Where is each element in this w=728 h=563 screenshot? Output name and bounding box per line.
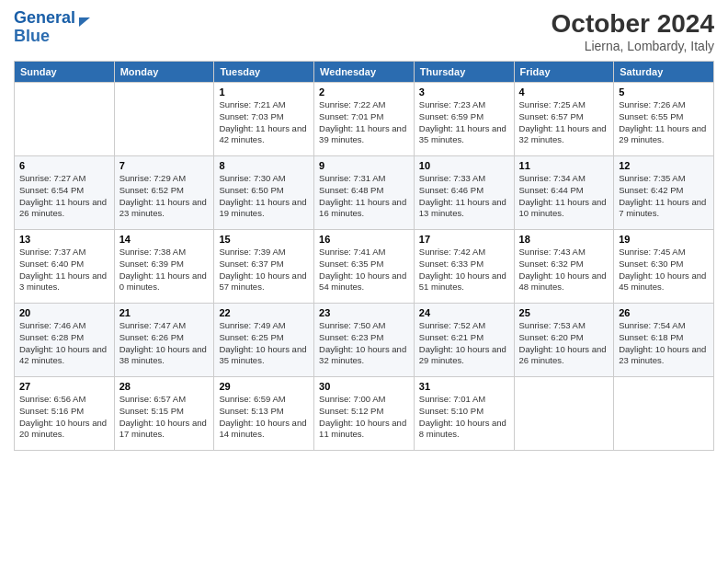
day-num-3-2: 22: [219, 307, 309, 318]
cell-1-6: 12Sunrise: 7:35 AM Sunset: 6:42 PM Dayli…: [614, 156, 714, 230]
week-row-3: 20Sunrise: 7:46 AM Sunset: 6:28 PM Dayli…: [15, 304, 714, 377]
cell-1-3: 9Sunrise: 7:31 AM Sunset: 6:48 PM Daylig…: [314, 156, 415, 230]
day-info-3-3: Sunrise: 7:50 AM Sunset: 6:23 PM Dayligh…: [319, 320, 409, 367]
day-num-0-6: 5: [619, 86, 709, 98]
day-num-3-4: 24: [419, 307, 509, 318]
calendar-subtitle: Lierna, Lombardy, Italy: [552, 39, 714, 53]
logo-blue: Blue: [14, 28, 50, 46]
day-num-0-4: 3: [419, 86, 509, 98]
cell-3-4: 24Sunrise: 7:52 AM Sunset: 6:21 PM Dayli…: [414, 304, 514, 377]
col-friday: Friday: [514, 62, 614, 83]
day-info-3-2: Sunrise: 7:49 AM Sunset: 6:25 PM Dayligh…: [219, 320, 309, 367]
cell-4-1: 28Sunrise: 6:57 AM Sunset: 5:15 PM Dayli…: [114, 377, 214, 451]
day-num-4-2: 29: [219, 381, 309, 392]
header: General Blue October 2024 Lierna, Lombar…: [14, 9, 714, 53]
day-info-1-0: Sunrise: 7:27 AM Sunset: 6:54 PM Dayligh…: [19, 173, 109, 220]
day-num-2-4: 17: [419, 234, 509, 245]
day-info-1-6: Sunrise: 7:35 AM Sunset: 6:42 PM Dayligh…: [619, 173, 709, 220]
cell-2-4: 17Sunrise: 7:42 AM Sunset: 6:33 PM Dayli…: [414, 230, 514, 304]
day-info-1-3: Sunrise: 7:31 AM Sunset: 6:48 PM Dayligh…: [319, 173, 409, 220]
day-info-0-6: Sunrise: 7:26 AM Sunset: 6:55 PM Dayligh…: [619, 99, 709, 146]
col-monday: Monday: [114, 62, 214, 83]
day-info-1-5: Sunrise: 7:34 AM Sunset: 6:44 PM Dayligh…: [519, 173, 609, 220]
cell-0-5: 4Sunrise: 7:25 AM Sunset: 6:57 PM Daylig…: [514, 83, 614, 156]
day-num-1-4: 10: [419, 160, 509, 171]
day-info-0-3: Sunrise: 7:22 AM Sunset: 7:01 PM Dayligh…: [319, 99, 409, 146]
svg-marker-0: [79, 17, 90, 27]
logo-general: General: [14, 8, 75, 27]
day-info-2-1: Sunrise: 7:38 AM Sunset: 6:39 PM Dayligh…: [119, 247, 210, 293]
cell-0-6: 5Sunrise: 7:26 AM Sunset: 6:55 PM Daylig…: [614, 83, 714, 156]
calendar-header-row: Sunday Monday Tuesday Wednesday Thursday…: [15, 62, 714, 83]
cell-1-0: 6Sunrise: 7:27 AM Sunset: 6:54 PM Daylig…: [15, 156, 115, 230]
day-info-4-2: Sunrise: 6:59 AM Sunset: 5:13 PM Dayligh…: [219, 394, 309, 441]
day-num-2-0: 13: [19, 234, 109, 245]
cell-1-5: 11Sunrise: 7:34 AM Sunset: 6:44 PM Dayli…: [514, 156, 614, 230]
cell-2-5: 18Sunrise: 7:43 AM Sunset: 6:32 PM Dayli…: [514, 230, 614, 304]
cell-4-0: 27Sunrise: 6:56 AM Sunset: 5:16 PM Dayli…: [15, 377, 115, 451]
day-num-4-0: 27: [19, 381, 109, 392]
cell-2-6: 19Sunrise: 7:45 AM Sunset: 6:30 PM Dayli…: [614, 230, 714, 304]
day-num-0-5: 4: [519, 86, 609, 98]
day-num-2-6: 19: [619, 234, 709, 245]
day-info-3-0: Sunrise: 7:46 AM Sunset: 6:28 PM Dayligh…: [19, 320, 109, 367]
day-info-1-4: Sunrise: 7:33 AM Sunset: 6:46 PM Dayligh…: [419, 173, 509, 220]
day-num-1-5: 11: [519, 160, 609, 171]
cell-2-3: 16Sunrise: 7:41 AM Sunset: 6:35 PM Dayli…: [314, 230, 415, 304]
day-info-1-1: Sunrise: 7:29 AM Sunset: 6:52 PM Dayligh…: [119, 173, 210, 220]
day-info-0-4: Sunrise: 7:23 AM Sunset: 6:59 PM Dayligh…: [419, 99, 509, 146]
day-num-1-2: 8: [219, 160, 309, 171]
day-info-4-3: Sunrise: 7:00 AM Sunset: 5:12 PM Dayligh…: [319, 394, 409, 441]
day-info-3-6: Sunrise: 7:54 AM Sunset: 6:18 PM Dayligh…: [619, 320, 709, 367]
cell-3-1: 21Sunrise: 7:47 AM Sunset: 6:26 PM Dayli…: [114, 304, 214, 377]
logo-text: General: [14, 9, 75, 28]
week-row-2: 13Sunrise: 7:37 AM Sunset: 6:40 PM Dayli…: [15, 230, 714, 304]
day-num-3-1: 21: [119, 307, 210, 318]
day-num-0-2: 1: [219, 86, 309, 98]
col-sunday: Sunday: [15, 62, 115, 83]
cell-0-0: [15, 83, 115, 156]
cell-4-2: 29Sunrise: 6:59 AM Sunset: 5:13 PM Dayli…: [214, 377, 314, 451]
day-num-4-1: 28: [119, 381, 210, 392]
day-num-1-3: 9: [319, 160, 409, 171]
day-num-1-6: 12: [619, 160, 709, 171]
week-row-1: 6Sunrise: 7:27 AM Sunset: 6:54 PM Daylig…: [15, 156, 714, 230]
calendar-title: October 2024: [552, 9, 714, 39]
cell-3-3: 23Sunrise: 7:50 AM Sunset: 6:23 PM Dayli…: [314, 304, 415, 377]
cell-2-1: 14Sunrise: 7:38 AM Sunset: 6:39 PM Dayli…: [114, 230, 214, 304]
day-num-3-0: 20: [19, 307, 109, 318]
cell-3-2: 22Sunrise: 7:49 AM Sunset: 6:25 PM Dayli…: [214, 304, 314, 377]
day-info-0-5: Sunrise: 7:25 AM Sunset: 6:57 PM Dayligh…: [519, 99, 609, 146]
day-info-4-0: Sunrise: 6:56 AM Sunset: 5:16 PM Dayligh…: [19, 394, 109, 441]
cell-0-3: 2Sunrise: 7:22 AM Sunset: 7:01 PM Daylig…: [314, 83, 415, 156]
cell-0-2: 1Sunrise: 7:21 AM Sunset: 7:03 PM Daylig…: [214, 83, 314, 156]
cell-4-5: [514, 377, 614, 451]
day-num-1-0: 6: [19, 160, 109, 171]
col-tuesday: Tuesday: [214, 62, 314, 83]
day-info-2-6: Sunrise: 7:45 AM Sunset: 6:30 PM Dayligh…: [619, 247, 709, 293]
day-info-3-1: Sunrise: 7:47 AM Sunset: 6:26 PM Dayligh…: [119, 320, 210, 367]
col-saturday: Saturday: [614, 62, 714, 83]
day-info-4-1: Sunrise: 6:57 AM Sunset: 5:15 PM Dayligh…: [119, 394, 210, 441]
day-info-2-2: Sunrise: 7:39 AM Sunset: 6:37 PM Dayligh…: [219, 247, 309, 293]
cell-4-6: [614, 377, 714, 451]
cell-0-1: [114, 83, 214, 156]
cell-0-4: 3Sunrise: 7:23 AM Sunset: 6:59 PM Daylig…: [414, 83, 514, 156]
cell-4-3: 30Sunrise: 7:00 AM Sunset: 5:12 PM Dayli…: [314, 377, 415, 451]
week-row-4: 27Sunrise: 6:56 AM Sunset: 5:16 PM Dayli…: [15, 377, 714, 451]
day-info-2-4: Sunrise: 7:42 AM Sunset: 6:33 PM Dayligh…: [419, 247, 509, 293]
cell-1-1: 7Sunrise: 7:29 AM Sunset: 6:52 PM Daylig…: [114, 156, 214, 230]
title-block: October 2024 Lierna, Lombardy, Italy: [552, 9, 714, 53]
day-num-2-1: 14: [119, 234, 210, 245]
day-num-1-1: 7: [119, 160, 210, 171]
day-info-3-4: Sunrise: 7:52 AM Sunset: 6:21 PM Dayligh…: [419, 320, 509, 367]
col-thursday: Thursday: [414, 62, 514, 83]
cell-1-4: 10Sunrise: 7:33 AM Sunset: 6:46 PM Dayli…: [414, 156, 514, 230]
day-num-2-2: 15: [219, 234, 309, 245]
day-info-2-5: Sunrise: 7:43 AM Sunset: 6:32 PM Dayligh…: [519, 247, 609, 293]
logo-bird-icon: [75, 10, 90, 27]
day-info-1-2: Sunrise: 7:30 AM Sunset: 6:50 PM Dayligh…: [219, 173, 309, 220]
cell-1-2: 8Sunrise: 7:30 AM Sunset: 6:50 PM Daylig…: [214, 156, 314, 230]
cell-4-4: 31Sunrise: 7:01 AM Sunset: 5:10 PM Dayli…: [414, 377, 514, 451]
day-num-4-4: 31: [419, 381, 509, 392]
